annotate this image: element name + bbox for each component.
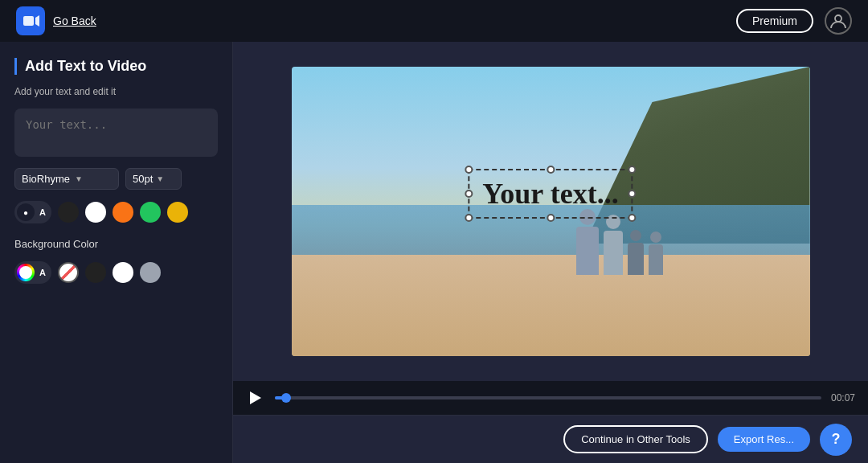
handle-middle-left[interactable] [465,190,473,198]
export-button[interactable]: Export Res... [718,427,810,452]
bg-swatch-black[interactable] [85,262,106,283]
video-controls: 00:07 [233,381,868,415]
toggle-label-a: A [39,207,46,217]
header-right: Premium [736,7,852,35]
video-frame: Your text... [292,67,810,356]
person-silhouette [604,215,623,275]
text-edit-label: Add your text and edit it [14,86,218,97]
font-size-value: 50pt [133,173,153,185]
color-swatch-orange[interactable] [113,202,133,223]
handle-top-center[interactable] [547,166,555,174]
content-area: Your text... 00:07 Continue in Other Too… [233,42,868,463]
play-button[interactable] [246,388,265,408]
continue-other-tools-button[interactable]: Continue in Other Tools [563,425,708,453]
play-icon [250,391,261,404]
person-silhouette [576,209,599,275]
color-swatch-black[interactable] [58,202,79,223]
person-silhouette [649,232,663,275]
progress-thumb[interactable] [281,393,291,403]
color-swatch-white[interactable] [85,202,106,223]
handle-top-left[interactable] [465,166,473,174]
color-swatch-green[interactable] [140,202,161,223]
text-overlay[interactable]: Your text... [468,169,633,219]
text-bounding-box: Your text... [468,169,633,219]
background-color-row: A [14,261,218,284]
sand-element [292,255,810,356]
person-silhouette [628,230,644,275]
chevron-down-icon: ▼ [156,174,164,183]
handle-bottom-center[interactable] [547,214,555,222]
svg-point-2 [835,15,841,22]
text-input[interactable] [14,109,218,157]
color-swatch-none[interactable] [58,262,79,283]
font-family-value: BioRhyme [22,173,70,185]
time-display: 00:07 [831,392,855,404]
main-layout: Add Text to Video Add your text and edit… [0,42,868,463]
background-color-label: Background Color [14,238,218,250]
overlay-text: Your text... [482,178,618,210]
chevron-down-icon: ▼ [75,174,83,183]
color-swatch-yellow[interactable] [167,202,188,223]
sidebar: Add Text to Video Add your text and edit… [0,42,233,463]
bottom-bar: Continue in Other Tools Export Res... ? [233,415,868,463]
svg-rect-0 [23,16,34,26]
svg-marker-1 [35,15,39,27]
handle-bottom-left[interactable] [465,214,473,222]
video-container: Your text... [233,42,868,381]
font-size-select[interactable]: 50pt ▼ [125,168,182,190]
header: Go Back Premium [0,0,868,42]
go-back-button[interactable]: Go Back [53,14,96,27]
progress-bar[interactable] [275,396,821,399]
header-left: Go Back [16,6,96,35]
bg-swatch-gray[interactable] [140,262,161,283]
premium-button[interactable]: Premium [736,9,813,33]
user-avatar[interactable] [825,7,852,35]
app-logo-icon [16,6,45,35]
people-group [576,209,663,275]
background-color-toggle[interactable]: A [14,261,51,284]
help-button[interactable]: ? [820,424,852,456]
text-color-row: ● A [14,201,218,223]
sidebar-title: Add Text to Video [14,58,218,75]
bg-toggle-knob [17,264,35,281]
toggle-knob: ● [17,203,35,221]
bg-swatch-white[interactable] [113,262,133,283]
font-controls: BioRhyme ▼ 50pt ▼ [14,168,218,190]
text-color-toggle[interactable]: ● A [14,201,51,223]
bg-toggle-label-a: A [39,268,46,277]
font-family-select[interactable]: BioRhyme ▼ [14,168,119,190]
